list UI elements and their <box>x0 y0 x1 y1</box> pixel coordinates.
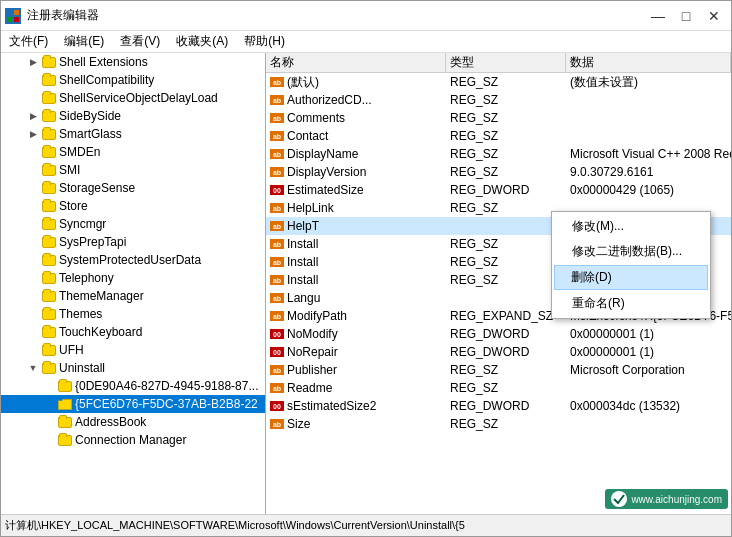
expand-icon <box>25 72 41 88</box>
cell-name: abComments <box>266 109 446 127</box>
tree-container: ▶Shell ExtensionsShellCompatibilityShell… <box>1 53 265 449</box>
expand-icon <box>25 90 41 106</box>
tree-item[interactable]: TouchKeyboard <box>1 323 265 341</box>
cell-data: 9.0.30729.6161 <box>566 163 731 181</box>
expand-icon <box>41 396 57 412</box>
table-row[interactable]: abAuthorizedCD...REG_SZ <box>266 91 731 109</box>
context-menu-item-delete[interactable]: 删除(D) <box>554 265 708 290</box>
reg-icon: 00 <box>270 329 284 339</box>
tree-item[interactable]: SystemProtectedUserData <box>1 251 265 269</box>
tree-item[interactable]: Store <box>1 197 265 215</box>
cell-name: abReadme <box>266 379 446 397</box>
svg-rect-0 <box>7 10 12 15</box>
tree-item-label: ShellServiceObjectDelayLoad <box>59 91 218 105</box>
tree-item-label: StorageSense <box>59 181 135 195</box>
folder-icon <box>41 182 57 194</box>
expand-icon: ▶ <box>25 54 41 70</box>
expand-icon <box>25 288 41 304</box>
context-menu-item-rename[interactable]: 重命名(R) <box>552 291 710 316</box>
tree-item[interactable]: Themes <box>1 305 265 323</box>
right-panel[interactable]: 名称 类型 数据 ab(默认)REG_SZ(数值未设置)abAuthorized… <box>266 53 731 514</box>
tree-item[interactable]: ShellCompatibility <box>1 71 265 89</box>
context-menu-item-modify[interactable]: 修改(M)... <box>552 214 710 239</box>
table-row[interactable]: abContactREG_SZ <box>266 127 731 145</box>
reg-icon: ab <box>270 311 284 321</box>
tree-item[interactable]: ShellServiceObjectDelayLoad <box>1 89 265 107</box>
menu-favorites[interactable]: 收藏夹(A) <box>168 31 236 52</box>
tree-item[interactable]: Connection Manager <box>1 431 265 449</box>
reg-icon: ab <box>270 365 284 375</box>
title-bar-left: 注册表编辑器 <box>5 7 99 24</box>
reg-icon: 00 <box>270 347 284 357</box>
watermark: www.aichunjing.com <box>605 489 728 509</box>
app-icon <box>5 8 21 24</box>
cell-type: REG_SZ <box>446 163 566 181</box>
cell-data <box>566 109 731 127</box>
reg-icon: 00 <box>270 401 284 411</box>
cell-name: abHelpLink <box>266 199 446 217</box>
cell-data: (数值未设置) <box>566 73 731 91</box>
folder-icon <box>41 200 57 212</box>
folder-icon <box>41 344 57 356</box>
table-row[interactable]: 00NoModifyREG_DWORD0x00000001 (1) <box>266 325 731 343</box>
left-panel[interactable]: ▶Shell ExtensionsShellCompatibilityShell… <box>1 53 266 514</box>
header-name: 名称 <box>266 53 446 72</box>
folder-icon <box>41 218 57 230</box>
cell-data: 0x00000429 (1065) <box>566 181 731 199</box>
cell-type: REG_DWORD <box>446 397 566 415</box>
menu-view[interactable]: 查看(V) <box>112 31 168 52</box>
cell-name: abHelpT <box>266 217 446 235</box>
tree-item[interactable]: {0DE90A46-827D-4945-9188-87... <box>1 377 265 395</box>
content-area: ▶Shell ExtensionsShellCompatibilityShell… <box>1 53 731 514</box>
context-menu-item-modify-binary[interactable]: 修改二进制数据(B)... <box>552 239 710 264</box>
reg-icon: ab <box>270 77 284 87</box>
tree-item-label: Connection Manager <box>75 433 186 447</box>
table-row[interactable]: ab(默认)REG_SZ(数值未设置) <box>266 73 731 91</box>
tree-item[interactable]: ThemeManager <box>1 287 265 305</box>
cell-type: REG_SZ <box>446 91 566 109</box>
tree-item[interactable]: ▶SmartGlass <box>1 125 265 143</box>
tree-item[interactable]: StorageSense <box>1 179 265 197</box>
tree-item[interactable]: ▶Shell Extensions <box>1 53 265 71</box>
tree-item[interactable]: SMDEn <box>1 143 265 161</box>
expand-icon <box>25 324 41 340</box>
table-row[interactable]: abSizeREG_SZ <box>266 415 731 433</box>
tree-item-label: Syncmgr <box>59 217 106 231</box>
cell-data <box>566 91 731 109</box>
menu-help[interactable]: 帮助(H) <box>236 31 293 52</box>
tree-item[interactable]: ▶SideBySide <box>1 107 265 125</box>
menu-edit[interactable]: 编辑(E) <box>56 31 112 52</box>
tree-item[interactable]: {5FCE6D76-F5DC-37AB-B2B8-22 <box>1 395 265 413</box>
table-row[interactable]: abReadmeREG_SZ <box>266 379 731 397</box>
table-row[interactable]: abCommentsREG_SZ <box>266 109 731 127</box>
table-row[interactable]: 00EstimatedSizeREG_DWORD0x00000429 (1065… <box>266 181 731 199</box>
table-row[interactable]: abPublisherREG_SZMicrosoft Corporation <box>266 361 731 379</box>
tree-item-label: ShellCompatibility <box>59 73 154 87</box>
tree-item[interactable]: SMI <box>1 161 265 179</box>
cell-name: abSize <box>266 415 446 433</box>
expand-icon <box>25 270 41 286</box>
menu-file[interactable]: 文件(F) <box>1 31 56 52</box>
table-row[interactable]: 00NoRepairREG_DWORD0x00000001 (1) <box>266 343 731 361</box>
tree-item[interactable]: UFH <box>1 341 265 359</box>
folder-icon <box>41 290 57 302</box>
table-row[interactable]: abDisplayNameREG_SZMicrosoft Visual C++ … <box>266 145 731 163</box>
tree-item[interactable]: ▼Uninstall <box>1 359 265 377</box>
cell-type: REG_SZ <box>446 271 566 289</box>
tree-item[interactable]: SysPrepTapi <box>1 233 265 251</box>
close-button[interactable]: ✕ <box>701 5 727 27</box>
cell-data: 0x00000001 (1) <box>566 343 731 361</box>
maximize-button[interactable]: □ <box>673 5 699 27</box>
tree-item[interactable]: Telephony <box>1 269 265 287</box>
cell-name: abPublisher <box>266 361 446 379</box>
status-text: 计算机\HKEY_LOCAL_MACHINE\SOFTWARE\Microsof… <box>5 518 465 533</box>
context-menu: 修改(M)...修改二进制数据(B)...删除(D)重命名(R) <box>551 211 711 319</box>
tree-item[interactable]: AddressBook <box>1 413 265 431</box>
tree-item-label: UFH <box>59 343 84 357</box>
cell-type: REG_SZ <box>446 415 566 433</box>
tree-item-label: Uninstall <box>59 361 105 375</box>
minimize-button[interactable]: — <box>645 5 671 27</box>
table-row[interactable]: 00sEstimatedSize2REG_DWORD0x000034dc (13… <box>266 397 731 415</box>
tree-item[interactable]: Syncmgr <box>1 215 265 233</box>
table-row[interactable]: abDisplayVersionREG_SZ9.0.30729.6161 <box>266 163 731 181</box>
